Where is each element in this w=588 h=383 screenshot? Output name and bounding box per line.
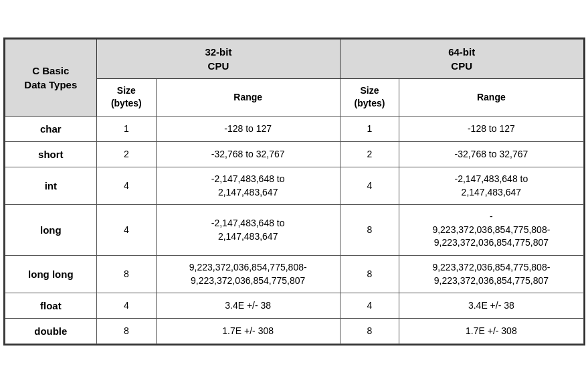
cell-type: long [5, 205, 97, 256]
cell-type: float [5, 293, 97, 319]
cell-size64: 8 [340, 255, 399, 293]
cell-size64: 1 [340, 117, 399, 142]
cell-range32: -2,147,483,648 to2,147,483,647 [156, 167, 340, 205]
cell-size32: 1 [97, 117, 156, 142]
cell-range32: -128 to 127 [156, 117, 340, 142]
cell-range64: 3.4E +/- 38 [399, 293, 583, 319]
cell-size32: 4 [97, 293, 156, 319]
table-row: float43.4E +/- 3843.4E +/- 38 [5, 293, 583, 319]
sub-header-size64: Size(bytes) [340, 78, 399, 116]
cell-size32: 2 [97, 142, 156, 167]
col-header-type: C BasicData Types [5, 39, 97, 116]
cell-size64: 4 [340, 167, 399, 205]
table-row: double81.7E +/- 30881.7E +/- 308 [5, 319, 583, 344]
header-main-row: C BasicData Types 32-bitCPU 64-bitCPU [5, 39, 583, 78]
cell-range64: -32,768 to 32,767 [399, 142, 583, 167]
cell-type: double [5, 319, 97, 344]
cell-range64: -128 to 127 [399, 117, 583, 142]
table-row: short2-32,768 to 32,7672-32,768 to 32,76… [5, 142, 583, 167]
cell-type: long long [5, 255, 97, 293]
table-body: char1-128 to 1271-128 to 127short2-32,76… [5, 117, 583, 344]
cell-range32: -2,147,483,648 to2,147,483,647 [156, 205, 340, 256]
cell-type: int [5, 167, 97, 205]
sub-header-range32: Range [156, 78, 340, 116]
cell-size64: 8 [340, 319, 399, 344]
col-header-64bit: 64-bitCPU [340, 39, 583, 78]
cell-type: short [5, 142, 97, 167]
cell-size64: 4 [340, 293, 399, 319]
cell-range64: 1.7E +/- 308 [399, 319, 583, 344]
cell-size32: 8 [97, 319, 156, 344]
table-row: long long89,223,372,036,854,775,808-9,22… [5, 255, 583, 293]
col-header-32bit: 32-bitCPU [97, 39, 340, 78]
table-row: char1-128 to 1271-128 to 127 [5, 117, 583, 142]
cell-type: char [5, 117, 97, 142]
cell-range32: 9,223,372,036,854,775,808-9,223,372,036,… [156, 255, 340, 293]
cell-range32: -32,768 to 32,767 [156, 142, 340, 167]
cell-range64: -9,223,372,036,854,775,808-9,223,372,036… [399, 205, 583, 256]
cell-size64: 2 [340, 142, 399, 167]
sub-header-range64: Range [399, 78, 583, 116]
cell-size32: 4 [97, 167, 156, 205]
data-types-table: C BasicData Types 32-bitCPU 64-bitCPU Si… [5, 39, 584, 344]
table-row: int4-2,147,483,648 to2,147,483,6474-2,14… [5, 167, 583, 205]
cell-range64: -2,147,483,648 to2,147,483,647 [399, 167, 583, 205]
cell-size64: 8 [340, 205, 399, 256]
table-row: long4-2,147,483,648 to2,147,483,6478-9,2… [5, 205, 583, 256]
main-table-container: C BasicData Types 32-bitCPU 64-bitCPU Si… [3, 37, 585, 346]
cell-size32: 4 [97, 205, 156, 256]
sub-header-size32: Size(bytes) [97, 78, 156, 116]
cell-range64: 9,223,372,036,854,775,808-9,223,372,036,… [399, 255, 583, 293]
cell-range32: 1.7E +/- 308 [156, 319, 340, 344]
cell-size32: 8 [97, 255, 156, 293]
cell-range32: 3.4E +/- 38 [156, 293, 340, 319]
